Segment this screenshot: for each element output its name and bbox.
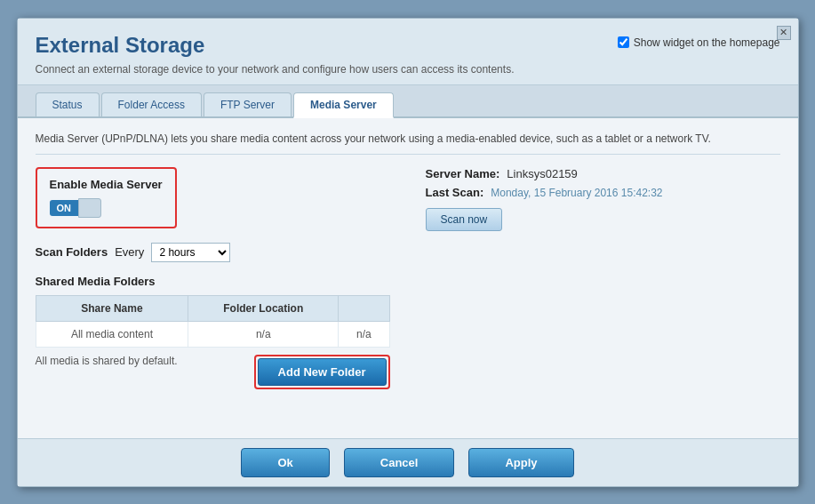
tab-ftp-server[interactable]: FTP Server <box>204 92 292 116</box>
folder-location-cell: n/a <box>188 321 339 347</box>
server-name-row: Server Name: Linksys02159 <box>426 167 780 180</box>
dialog-subtitle: Connect an external storage device to yo… <box>36 63 515 76</box>
server-name-value: Linksys02159 <box>507 167 578 180</box>
tab-folder-access[interactable]: Folder Access <box>101 92 202 116</box>
widget-label-text: Show widget on the homepage <box>634 36 780 49</box>
left-column: Enable Media Server ON Scan Folders Ever… <box>36 167 390 389</box>
last-scan-label: Last Scan: <box>426 186 484 199</box>
last-scan-value: Monday, 15 February 2016 15:42:32 <box>491 187 662 199</box>
tab-media-server[interactable]: Media Server <box>293 92 394 118</box>
dialog-title: External Storage <box>36 33 515 58</box>
col-share-name: Share Name <box>36 295 188 321</box>
toggle-switch[interactable]: ON <box>50 198 163 218</box>
header-right: Show widget on the homepage <box>618 36 780 49</box>
tab-status[interactable]: Status <box>36 92 100 116</box>
tabs-row: Status Folder Access FTP Server Media Se… <box>18 85 798 118</box>
external-storage-dialog: ✕ External Storage Connect an external s… <box>17 18 799 487</box>
server-info: Server Name: Linksys02159 Last Scan: Mon… <box>426 167 780 231</box>
toggle-off[interactable] <box>78 198 101 218</box>
scan-folders-row: Scan Folders Every 30 minutes 1 hour 2 h… <box>36 243 390 262</box>
scan-now-button[interactable]: Scan now <box>426 208 503 231</box>
server-name-label: Server Name: <box>426 167 500 180</box>
apply-button[interactable]: Apply <box>468 448 573 477</box>
widget-checkbox[interactable] <box>618 36 629 48</box>
widget-checkbox-label[interactable]: Show widget on the homepage <box>618 36 780 49</box>
dialog-content: Media Server (UPnP/DLNA) lets you share … <box>18 118 798 438</box>
cancel-button[interactable]: Cancel <box>344 448 455 477</box>
table-row: All media content n/a n/a <box>36 321 389 347</box>
dialog-footer: Ok Cancel Apply <box>18 438 798 486</box>
col-empty <box>339 295 389 321</box>
header-left: External Storage Connect an external sto… <box>36 33 515 76</box>
enable-label: Enable Media Server <box>50 178 163 191</box>
media-table: Share Name Folder Location All media con… <box>36 295 390 348</box>
all-media-note: All media is shared by default. <box>36 355 178 367</box>
last-scan-row: Last Scan: Monday, 15 February 2016 15:4… <box>426 186 780 199</box>
enable-media-server-box: Enable Media Server ON <box>36 167 177 228</box>
every-label: Every <box>115 245 144 259</box>
col3-cell: n/a <box>339 321 389 347</box>
right-column: Server Name: Linksys02159 Last Scan: Mon… <box>426 167 780 389</box>
add-folder-button[interactable]: Add New Folder <box>258 358 387 386</box>
two-column-layout: Enable Media Server ON Scan Folders Ever… <box>36 167 780 389</box>
col-folder-location: Folder Location <box>188 295 339 321</box>
ok-button[interactable]: Ok <box>241 448 329 477</box>
share-name-cell: All media content <box>36 321 188 347</box>
add-folder-button-outer: Add New Folder <box>254 355 390 389</box>
content-description: Media Server (UPnP/DLNA) lets you share … <box>36 132 780 155</box>
scan-folders-label: Scan Folders <box>36 245 108 259</box>
toggle-on[interactable]: ON <box>50 200 79 216</box>
close-button[interactable]: ✕ <box>777 26 791 40</box>
scan-interval-select[interactable]: 30 minutes 1 hour 2 hours 4 hours 8 hour… <box>151 243 230 262</box>
shared-media-title: Shared Media Folders <box>36 275 390 288</box>
dialog-header: External Storage Connect an external sto… <box>18 19 798 85</box>
